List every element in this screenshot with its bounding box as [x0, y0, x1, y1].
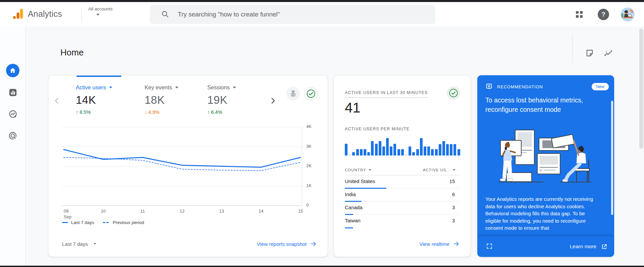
country-name: India	[345, 191, 356, 197]
overview-card: Active users 14K ↑ 8.5% Key events 18K ↓…	[48, 75, 328, 257]
metric-tab-key-events[interactable]: Key events 18K ↓ 4.9%	[145, 84, 178, 115]
previous-period-line	[64, 158, 301, 171]
insights-button[interactable]	[604, 49, 613, 58]
page-title: Home	[60, 47, 84, 58]
metric-value: 14K	[76, 94, 112, 106]
analytics-logo[interactable]: Analytics	[12, 8, 62, 19]
line-chart-plot	[62, 123, 302, 210]
recommendation-body: Your Analytics reports are currently not…	[485, 195, 599, 232]
country-name: Taiwan	[345, 218, 361, 223]
view-reports-snapshot-link[interactable]: View reports snapshot	[257, 240, 317, 247]
country-table: United States15India6Canada3Taiwan3	[345, 175, 460, 228]
y-tick-label: 4K	[306, 124, 312, 129]
x-tick-label: 12	[180, 208, 184, 214]
country-active-users: 3	[452, 218, 455, 223]
per-minute-bar	[382, 146, 385, 155]
notes-button[interactable]	[585, 49, 594, 58]
external-link-icon	[601, 243, 607, 250]
per-minute-bar	[427, 146, 430, 155]
apps-grid-button[interactable]	[574, 9, 584, 19]
realtime-check-button[interactable]	[447, 86, 460, 100]
per-minute-bar	[386, 138, 389, 155]
metric-value: 19K	[207, 94, 236, 106]
metrics-scroll-left-button[interactable]	[52, 96, 61, 106]
country-bar	[345, 227, 353, 229]
brand-name: Analytics	[28, 9, 62, 19]
per-minute-bar	[442, 141, 445, 155]
last-7-days-line	[64, 149, 301, 167]
expand-button[interactable]	[485, 242, 493, 251]
metric-tab-active-users[interactable]: Active users 14K ↑ 8.5%	[76, 84, 112, 115]
help-button[interactable]: ?	[598, 9, 609, 20]
active-tab-indicator	[76, 76, 121, 77]
avatar[interactable]	[621, 7, 635, 21]
check-circle-icon	[449, 88, 458, 98]
date-range-selector[interactable]: Last 7 days	[62, 241, 96, 247]
overview-card-footer: Last 7 days View reports snapshot	[62, 236, 317, 251]
window-bottom-edge	[0, 266, 644, 267]
window-top-edge	[0, 0, 644, 2]
country-column-sort[interactable]: COUNTRY	[345, 168, 371, 172]
per-minute-bar	[409, 146, 411, 155]
sidebar-item-home[interactable]	[6, 64, 19, 77]
chevron-down-icon	[94, 243, 96, 244]
per-minute-bar	[458, 149, 460, 155]
per-minute-bar-chart	[345, 137, 462, 155]
per-minute-bar	[450, 144, 452, 155]
metric-label: Key events	[145, 84, 172, 91]
question-mark-icon: ?	[601, 11, 605, 18]
per-minute-bar	[375, 144, 378, 155]
per-minute-bar	[424, 146, 426, 155]
chart-legend: Last 7 days Previous period	[62, 220, 144, 225]
chevron-down-icon	[96, 14, 100, 15]
metric-delta: ↓ 4.9%	[145, 109, 178, 115]
arrow-right-icon	[453, 240, 460, 247]
account-selector-label: All accounts	[88, 6, 113, 11]
realtime-card: ACTIVE USERS IN LAST 30 MINUTES 41 ACTIV…	[334, 75, 471, 257]
per-minute-bar	[401, 149, 404, 155]
view-realtime-link[interactable]: View realtime	[419, 240, 460, 247]
per-minute-bar	[393, 144, 396, 155]
realtime-card-footer: View realtime	[419, 236, 460, 251]
sidebar-item-advertising[interactable]	[6, 129, 20, 143]
chevron-down-icon	[233, 87, 236, 88]
sidebar-item-explore[interactable]	[6, 107, 20, 121]
x-tick-label: 13	[219, 208, 224, 214]
page-scrollbar[interactable]	[639, 29, 643, 149]
topbar-divider	[82, 7, 82, 21]
benchmark-medal-button[interactable]	[286, 87, 300, 100]
sidebar	[0, 27, 25, 266]
x-tick-label: 09Sep	[64, 208, 71, 220]
metrics-scroll-right-button[interactable]	[268, 96, 278, 106]
avatar-image	[621, 7, 635, 21]
search-input[interactable]	[169, 5, 435, 24]
per-minute-bar	[379, 141, 381, 155]
advertising-icon	[8, 131, 17, 140]
sidebar-item-reports[interactable]	[6, 85, 20, 99]
learn-more-button[interactable]: Learn more	[570, 243, 607, 250]
metric-label: Sessions	[207, 84, 230, 91]
active-users-count: 41	[345, 100, 361, 116]
recommendation-scrollbar[interactable]	[611, 101, 613, 215]
per-minute-bar	[356, 149, 359, 155]
per-minute-bar	[345, 144, 347, 155]
per-minute-bar	[367, 152, 370, 155]
recommendation-header: RECOMMENDATION New	[485, 82, 609, 91]
new-badge: New	[592, 83, 609, 90]
active-users-column-sort[interactable]: ACTIVE US…	[423, 168, 455, 172]
table-row: Taiwan3	[345, 215, 460, 228]
metric-tab-sessions[interactable]: Sessions 19K ↑ 6.4%	[207, 84, 236, 115]
per-minute-bar	[416, 149, 419, 155]
data-quality-check-button[interactable]	[304, 87, 318, 100]
recommendation-footer: Learn more	[477, 236, 614, 257]
per-minute-bar	[435, 149, 438, 155]
per-minute-bar	[439, 144, 441, 155]
recommendation-bubble-icon	[485, 83, 493, 90]
explore-icon	[8, 109, 17, 119]
per-minute-bar	[453, 144, 456, 155]
line-chart: 4K3K2K1K0 09Sep101112131415	[62, 123, 327, 223]
legend-label: Last 7 days	[71, 220, 94, 225]
header-divider	[572, 35, 573, 63]
recommendation-title: To access lost behavioral metrics, recon…	[485, 95, 596, 114]
account-selector[interactable]: All accounts	[88, 6, 113, 15]
